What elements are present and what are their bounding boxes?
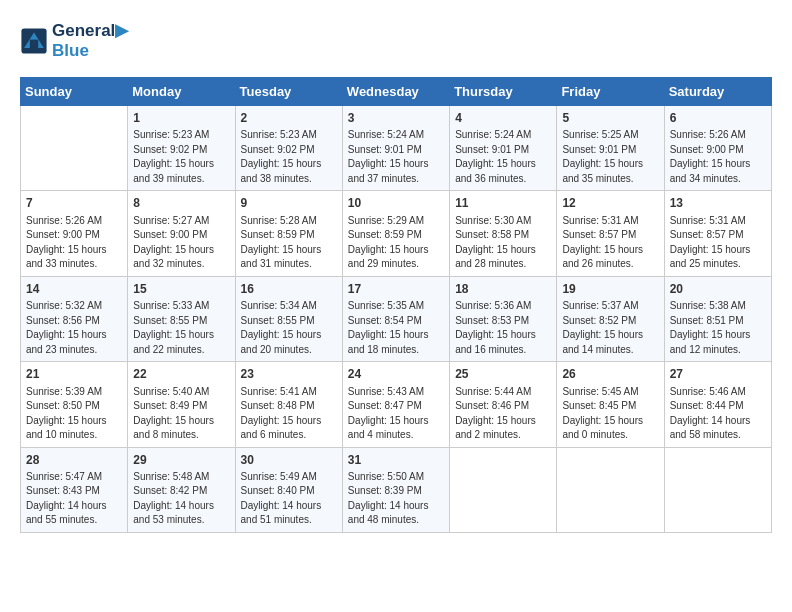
- column-header-friday: Friday: [557, 78, 664, 106]
- calendar-cell: 24Sunrise: 5:43 AM Sunset: 8:47 PM Dayli…: [342, 362, 449, 447]
- calendar-cell: 31Sunrise: 5:50 AM Sunset: 8:39 PM Dayli…: [342, 447, 449, 532]
- day-info: Sunrise: 5:31 AM Sunset: 8:57 PM Dayligh…: [562, 214, 658, 272]
- calendar-cell: 26Sunrise: 5:45 AM Sunset: 8:45 PM Dayli…: [557, 362, 664, 447]
- calendar-cell: [557, 447, 664, 532]
- day-info: Sunrise: 5:31 AM Sunset: 8:57 PM Dayligh…: [670, 214, 766, 272]
- calendar-cell: 6Sunrise: 5:26 AM Sunset: 9:00 PM Daylig…: [664, 106, 771, 191]
- day-info: Sunrise: 5:48 AM Sunset: 8:42 PM Dayligh…: [133, 470, 229, 528]
- calendar-cell: 17Sunrise: 5:35 AM Sunset: 8:54 PM Dayli…: [342, 276, 449, 361]
- day-number: 9: [241, 195, 337, 212]
- column-header-tuesday: Tuesday: [235, 78, 342, 106]
- calendar-cell: 8Sunrise: 5:27 AM Sunset: 9:00 PM Daylig…: [128, 191, 235, 276]
- calendar-cell: 30Sunrise: 5:49 AM Sunset: 8:40 PM Dayli…: [235, 447, 342, 532]
- calendar-cell: [450, 447, 557, 532]
- column-header-saturday: Saturday: [664, 78, 771, 106]
- calendar-cell: 5Sunrise: 5:25 AM Sunset: 9:01 PM Daylig…: [557, 106, 664, 191]
- calendar-row: 28Sunrise: 5:47 AM Sunset: 8:43 PM Dayli…: [21, 447, 772, 532]
- day-info: Sunrise: 5:26 AM Sunset: 9:00 PM Dayligh…: [670, 128, 766, 186]
- day-number: 26: [562, 366, 658, 383]
- day-number: 11: [455, 195, 551, 212]
- day-info: Sunrise: 5:24 AM Sunset: 9:01 PM Dayligh…: [348, 128, 444, 186]
- day-info: Sunrise: 5:46 AM Sunset: 8:44 PM Dayligh…: [670, 385, 766, 443]
- day-info: Sunrise: 5:45 AM Sunset: 8:45 PM Dayligh…: [562, 385, 658, 443]
- day-info: Sunrise: 5:43 AM Sunset: 8:47 PM Dayligh…: [348, 385, 444, 443]
- day-info: Sunrise: 5:37 AM Sunset: 8:52 PM Dayligh…: [562, 299, 658, 357]
- day-info: Sunrise: 5:23 AM Sunset: 9:02 PM Dayligh…: [133, 128, 229, 186]
- day-info: Sunrise: 5:34 AM Sunset: 8:55 PM Dayligh…: [241, 299, 337, 357]
- day-number: 14: [26, 281, 122, 298]
- day-number: 7: [26, 195, 122, 212]
- calendar-cell: 14Sunrise: 5:32 AM Sunset: 8:56 PM Dayli…: [21, 276, 128, 361]
- calendar-cell: 21Sunrise: 5:39 AM Sunset: 8:50 PM Dayli…: [21, 362, 128, 447]
- calendar-cell: 28Sunrise: 5:47 AM Sunset: 8:43 PM Dayli…: [21, 447, 128, 532]
- day-number: 29: [133, 452, 229, 469]
- day-info: Sunrise: 5:33 AM Sunset: 8:55 PM Dayligh…: [133, 299, 229, 357]
- day-info: Sunrise: 5:26 AM Sunset: 9:00 PM Dayligh…: [26, 214, 122, 272]
- day-number: 18: [455, 281, 551, 298]
- day-number: 19: [562, 281, 658, 298]
- calendar-cell: 20Sunrise: 5:38 AM Sunset: 8:51 PM Dayli…: [664, 276, 771, 361]
- logo: General▶ Blue: [20, 20, 128, 61]
- day-number: 23: [241, 366, 337, 383]
- day-number: 5: [562, 110, 658, 127]
- day-info: Sunrise: 5:24 AM Sunset: 9:01 PM Dayligh…: [455, 128, 551, 186]
- calendar-row: 14Sunrise: 5:32 AM Sunset: 8:56 PM Dayli…: [21, 276, 772, 361]
- calendar-cell: 27Sunrise: 5:46 AM Sunset: 8:44 PM Dayli…: [664, 362, 771, 447]
- calendar-cell: [21, 106, 128, 191]
- day-number: 4: [455, 110, 551, 127]
- calendar-row: 1Sunrise: 5:23 AM Sunset: 9:02 PM Daylig…: [21, 106, 772, 191]
- calendar-cell: [664, 447, 771, 532]
- day-info: Sunrise: 5:41 AM Sunset: 8:48 PM Dayligh…: [241, 385, 337, 443]
- day-number: 8: [133, 195, 229, 212]
- day-info: Sunrise: 5:35 AM Sunset: 8:54 PM Dayligh…: [348, 299, 444, 357]
- day-number: 25: [455, 366, 551, 383]
- logo-text: General▶ Blue: [52, 20, 128, 61]
- calendar-cell: 19Sunrise: 5:37 AM Sunset: 8:52 PM Dayli…: [557, 276, 664, 361]
- day-number: 22: [133, 366, 229, 383]
- day-number: 24: [348, 366, 444, 383]
- calendar-cell: 12Sunrise: 5:31 AM Sunset: 8:57 PM Dayli…: [557, 191, 664, 276]
- day-number: 15: [133, 281, 229, 298]
- calendar-cell: 29Sunrise: 5:48 AM Sunset: 8:42 PM Dayli…: [128, 447, 235, 532]
- column-header-wednesday: Wednesday: [342, 78, 449, 106]
- day-number: 2: [241, 110, 337, 127]
- day-number: 30: [241, 452, 337, 469]
- day-info: Sunrise: 5:32 AM Sunset: 8:56 PM Dayligh…: [26, 299, 122, 357]
- calendar-cell: 9Sunrise: 5:28 AM Sunset: 8:59 PM Daylig…: [235, 191, 342, 276]
- day-info: Sunrise: 5:25 AM Sunset: 9:01 PM Dayligh…: [562, 128, 658, 186]
- day-number: 6: [670, 110, 766, 127]
- day-info: Sunrise: 5:36 AM Sunset: 8:53 PM Dayligh…: [455, 299, 551, 357]
- day-number: 10: [348, 195, 444, 212]
- header-row: SundayMondayTuesdayWednesdayThursdayFrid…: [21, 78, 772, 106]
- calendar-row: 7Sunrise: 5:26 AM Sunset: 9:00 PM Daylig…: [21, 191, 772, 276]
- calendar-cell: 1Sunrise: 5:23 AM Sunset: 9:02 PM Daylig…: [128, 106, 235, 191]
- calendar-cell: 11Sunrise: 5:30 AM Sunset: 8:58 PM Dayli…: [450, 191, 557, 276]
- day-info: Sunrise: 5:38 AM Sunset: 8:51 PM Dayligh…: [670, 299, 766, 357]
- day-info: Sunrise: 5:39 AM Sunset: 8:50 PM Dayligh…: [26, 385, 122, 443]
- calendar-cell: 18Sunrise: 5:36 AM Sunset: 8:53 PM Dayli…: [450, 276, 557, 361]
- calendar-cell: 23Sunrise: 5:41 AM Sunset: 8:48 PM Dayli…: [235, 362, 342, 447]
- day-info: Sunrise: 5:27 AM Sunset: 9:00 PM Dayligh…: [133, 214, 229, 272]
- calendar-cell: 22Sunrise: 5:40 AM Sunset: 8:49 PM Dayli…: [128, 362, 235, 447]
- day-info: Sunrise: 5:40 AM Sunset: 8:49 PM Dayligh…: [133, 385, 229, 443]
- day-number: 27: [670, 366, 766, 383]
- column-header-thursday: Thursday: [450, 78, 557, 106]
- day-info: Sunrise: 5:23 AM Sunset: 9:02 PM Dayligh…: [241, 128, 337, 186]
- calendar-cell: 13Sunrise: 5:31 AM Sunset: 8:57 PM Dayli…: [664, 191, 771, 276]
- calendar-cell: 16Sunrise: 5:34 AM Sunset: 8:55 PM Dayli…: [235, 276, 342, 361]
- day-number: 20: [670, 281, 766, 298]
- day-number: 21: [26, 366, 122, 383]
- day-number: 13: [670, 195, 766, 212]
- page-header: General▶ Blue: [20, 20, 772, 61]
- day-info: Sunrise: 5:50 AM Sunset: 8:39 PM Dayligh…: [348, 470, 444, 528]
- day-number: 3: [348, 110, 444, 127]
- calendar-cell: 10Sunrise: 5:29 AM Sunset: 8:59 PM Dayli…: [342, 191, 449, 276]
- day-number: 12: [562, 195, 658, 212]
- column-header-monday: Monday: [128, 78, 235, 106]
- column-header-sunday: Sunday: [21, 78, 128, 106]
- logo-icon: [20, 27, 48, 55]
- calendar-cell: 3Sunrise: 5:24 AM Sunset: 9:01 PM Daylig…: [342, 106, 449, 191]
- calendar-cell: 7Sunrise: 5:26 AM Sunset: 9:00 PM Daylig…: [21, 191, 128, 276]
- day-info: Sunrise: 5:29 AM Sunset: 8:59 PM Dayligh…: [348, 214, 444, 272]
- day-number: 1: [133, 110, 229, 127]
